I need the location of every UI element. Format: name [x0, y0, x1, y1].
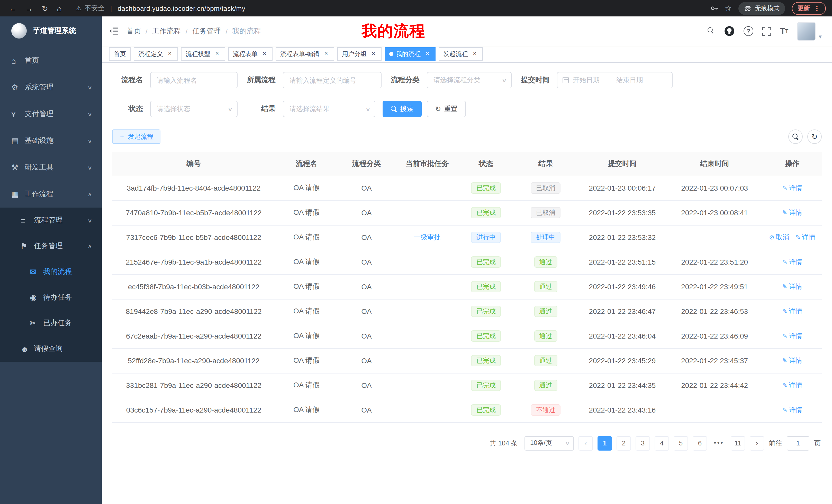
process-name-input[interactable]	[150, 72, 238, 88]
sidebar-item-4[interactable]: ▤基础设施∨	[0, 128, 102, 154]
close-icon[interactable]: ×	[471, 50, 478, 58]
detail-action-link[interactable]: ✎详情	[782, 331, 802, 341]
tab-2[interactable]: 流程定义×	[134, 47, 178, 61]
detail-action-link[interactable]: ✎详情	[782, 282, 802, 291]
tab-1[interactable]: 首页	[109, 47, 131, 61]
close-icon[interactable]: ×	[213, 50, 220, 58]
reset-button[interactable]: ↻ 重置	[427, 101, 466, 117]
pagination-page-3[interactable]: 3	[635, 436, 650, 450]
pagination-pages: 123456•••11	[593, 436, 745, 450]
forward-button[interactable]: →	[25, 4, 33, 12]
category-select[interactable]: 请选择流程分类 ∨	[427, 72, 512, 88]
breadcrumb-separator: /	[186, 27, 188, 35]
search-icon[interactable]	[707, 27, 715, 35]
sidebar-item-7[interactable]: ≡流程管理∨	[0, 207, 102, 233]
sidebar-item-12[interactable]: ☻请假查询	[0, 336, 102, 362]
goto-page-input[interactable]	[787, 436, 809, 450]
detail-action-link[interactable]: ✎详情	[782, 184, 802, 193]
pagination-page-1[interactable]: 1	[598, 436, 612, 450]
sidebar-item-3[interactable]: ¥支付管理∨	[0, 101, 102, 128]
font-size-icon[interactable]: TT	[780, 26, 788, 36]
search-button[interactable]: 搜索	[383, 101, 422, 117]
breadcrumb-item[interactable]: 任务管理	[192, 26, 221, 36]
user-menu[interactable]: ▼	[797, 22, 823, 40]
tab-8[interactable]: 发起流程×	[439, 47, 483, 61]
pagination-page-6[interactable]: 6	[693, 436, 707, 450]
detail-action-link[interactable]: ✎详情	[782, 405, 802, 415]
sidebar-toggle-button[interactable]	[102, 27, 127, 35]
refresh-table-button[interactable]: ↻	[807, 130, 822, 144]
status-select[interactable]: 请选择状态 ∨	[150, 101, 238, 117]
pagination-page-5[interactable]: 5	[674, 436, 688, 450]
status-badge: 已完成	[471, 256, 501, 268]
task-flag-icon: ⚑	[21, 242, 33, 251]
pagination-page-4[interactable]: 4	[655, 436, 669, 450]
filter-submit-time: 提交时间 开始日期 - 结束日期	[519, 72, 673, 88]
close-icon[interactable]: ×	[261, 50, 268, 58]
address-bar[interactable]: ⚠ 不安全 | dashboard.yudao.iocoder.cn/bpm/t…	[76, 4, 245, 13]
detail-action-link[interactable]: ✎详情	[795, 233, 815, 242]
table-toolbar: ＋ 发起流程 ↻	[112, 130, 822, 144]
toggle-search-button[interactable]	[788, 130, 803, 144]
close-icon[interactable]: ×	[166, 50, 173, 58]
pagination-prev-button[interactable]: ‹	[578, 436, 593, 450]
cell-submit-time: 2022-01-22 23:45:29	[578, 348, 666, 373]
pagination-next-button[interactable]: ›	[750, 436, 764, 450]
sidebar-item-8[interactable]: ⚑任务管理∧	[0, 233, 102, 259]
page-size-label: 10条/页	[530, 439, 552, 447]
close-icon[interactable]: ×	[322, 50, 330, 58]
github-icon[interactable]	[724, 26, 735, 36]
detail-action-link[interactable]: ✎详情	[782, 356, 802, 365]
date-range-picker[interactable]: 开始日期 - 结束日期	[557, 72, 673, 88]
cell-result: 通过	[513, 299, 578, 324]
app-logo	[11, 23, 27, 38]
sidebar-item-11[interactable]: ✂已办任务	[0, 310, 102, 336]
help-icon[interactable]: ?	[744, 26, 753, 36]
sidebar-item-10[interactable]: ◉待办任务	[0, 285, 102, 310]
pagination-page-2[interactable]: 2	[617, 436, 631, 450]
sidebar-item-6[interactable]: ▦工作流程∧	[0, 181, 102, 207]
avatar[interactable]	[797, 22, 815, 40]
top-header: 首页 / 工作流程 / 任务管理 / 我的流程 我的流程 ?	[102, 17, 832, 46]
back-button[interactable]: ←	[9, 4, 17, 12]
sidebar-item-1[interactable]: ⌂首页	[0, 47, 102, 74]
breadcrumb-separator: /	[226, 27, 228, 35]
hamburger-icon	[109, 27, 118, 35]
key-icon[interactable]	[710, 4, 718, 12]
bookmark-star-icon[interactable]: ☆	[725, 4, 732, 13]
update-button[interactable]: 更新 ⋮	[792, 2, 826, 15]
home-icon: ⌂	[11, 56, 24, 65]
fullscreen-icon[interactable]	[762, 26, 771, 36]
sidebar-item-2[interactable]: ⚙系统管理∨	[0, 74, 102, 101]
breadcrumb-item[interactable]: 首页	[127, 26, 141, 36]
sidebar-item-5[interactable]: ⚒研发工具∨	[0, 154, 102, 181]
close-icon[interactable]: ×	[370, 50, 377, 58]
cancel-action-link[interactable]: ⊘取消	[769, 233, 789, 242]
tab-6[interactable]: 用户分组×	[337, 47, 382, 61]
result-select[interactable]: 请选择流结果 ∨	[283, 101, 375, 117]
parent-process-input[interactable]	[283, 72, 382, 88]
current-task-link[interactable]: 一级审批	[414, 233, 440, 242]
tab-7[interactable]: 我的流程×	[385, 47, 436, 61]
close-icon[interactable]: ×	[424, 50, 431, 58]
tab-5[interactable]: 流程表单-编辑×	[276, 47, 334, 61]
reload-button[interactable]: ↻	[42, 4, 48, 12]
detail-action-link[interactable]: ✎详情	[782, 381, 802, 390]
detail-action-link[interactable]: ✎详情	[782, 208, 802, 217]
pagination-page-11[interactable]: 11	[731, 436, 745, 450]
cell-current-task	[395, 274, 459, 299]
menu-kebab-icon[interactable]: ⋮	[813, 4, 820, 12]
detail-action-link[interactable]: ✎详情	[782, 257, 802, 267]
result-badge: 已取消	[531, 207, 561, 218]
table-body: 3ad174fb-7b9d-11ec-8404-acde48001122OA 请…	[112, 176, 822, 422]
tab-3[interactable]: 流程模型×	[181, 47, 225, 61]
home-button[interactable]: ⌂	[57, 4, 61, 12]
cell-actions: ✎详情	[763, 200, 822, 225]
detail-action-link[interactable]: ✎详情	[782, 307, 802, 316]
page-size-select[interactable]: 10条/页 ∨	[524, 436, 574, 450]
breadcrumb-item[interactable]: 工作流程	[152, 26, 181, 36]
sidebar-item-9[interactable]: ✉我的流程	[0, 259, 102, 285]
tab-4[interactable]: 流程表单×	[228, 47, 272, 61]
incognito-badge: 无痕模式	[738, 2, 785, 15]
create-process-button[interactable]: ＋ 发起流程	[112, 130, 160, 144]
